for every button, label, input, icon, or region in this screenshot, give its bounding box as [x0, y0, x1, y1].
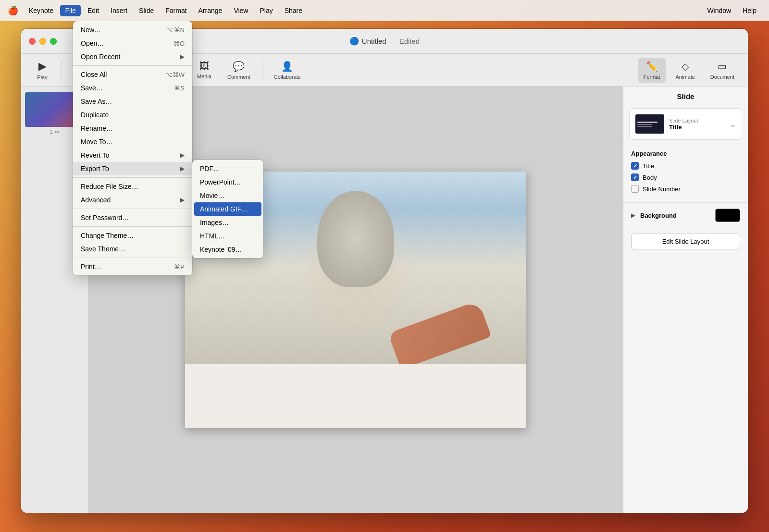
submenu-animated-gif[interactable]: Animated GIF… — [194, 202, 261, 216]
menu-sep-2 — [73, 177, 192, 178]
toolbar-separator-1 — [62, 61, 62, 80]
format-button[interactable]: ✏️ Format — [638, 58, 666, 83]
menu-print[interactable]: Print… ⌘P — [73, 260, 192, 273]
comment-label: Comment — [227, 74, 250, 80]
title-center: 🔵 Untitled — Edited — [349, 37, 420, 46]
submenu-movie[interactable]: Movie… — [192, 189, 263, 202]
slide-bottom-area — [185, 364, 526, 428]
submenu-pdf[interactable]: PDF… — [192, 162, 263, 175]
play-icon: ▶ — [38, 60, 47, 73]
menubar-file[interactable]: File — [60, 5, 81, 16]
play-button[interactable]: ▶ Play — [29, 57, 56, 83]
collaborate-icon: 👤 — [281, 61, 293, 72]
document-icon2: ▭ — [718, 61, 727, 72]
background-section: ▶ Background — [623, 202, 748, 228]
background-chevron-icon: ▶ — [631, 212, 635, 219]
format-icon: ✏️ — [646, 61, 658, 72]
menubar-format[interactable]: Format — [161, 5, 191, 16]
menu-set-password[interactable]: Set Password… — [73, 211, 192, 224]
menubar: 🍎 Keynote File Edit Insert Slide Format … — [0, 0, 769, 21]
submenu-images[interactable]: Images… — [192, 216, 263, 229]
menubar-edit[interactable]: Edit — [83, 5, 104, 16]
menu-sep-5 — [73, 258, 192, 258]
menu-close-all[interactable]: Close All ⌥⌘W — [73, 68, 192, 81]
menubar-insert[interactable]: Insert — [106, 5, 132, 16]
menu-open-recent[interactable]: Open Recent ▶ — [73, 50, 192, 63]
animate-label: Animate — [676, 74, 695, 80]
menu-advanced[interactable]: Advanced ▶ — [73, 193, 192, 207]
title-checkbox-label: Title — [643, 162, 654, 170]
appearance-section: Appearance Title Body Slide Number — [623, 144, 748, 202]
submenu-powerpoint[interactable]: PowerPoint… — [192, 175, 263, 189]
body-checkbox[interactable] — [631, 173, 639, 181]
file-menu: New… ⌥⌘N Open… ⌘O Open Recent ▶ Close Al… — [73, 21, 192, 275]
document-label: Document — [710, 74, 734, 80]
slide-number-checkbox-row: Slide Number — [631, 185, 740, 193]
menubar-share[interactable]: Share — [280, 5, 307, 16]
body-checkbox-row: Body — [631, 173, 740, 181]
menubar-view[interactable]: View — [229, 5, 253, 16]
menu-sep-3 — [73, 209, 192, 209]
animate-button[interactable]: ◇ Animate — [670, 58, 701, 83]
menu-save[interactable]: Save… ⌘S — [73, 81, 192, 95]
menubar-arrange[interactable]: Arrange — [194, 5, 227, 16]
kitten-body — [317, 191, 394, 287]
menu-rename[interactable]: Rename… — [73, 122, 192, 135]
submenu-html[interactable]: HTML… — [192, 229, 263, 243]
submenu-keynote09[interactable]: Keynote '09… — [192, 243, 263, 256]
menubar-slide[interactable]: Slide — [134, 5, 159, 16]
slide-layout-chevron-icon: ⌄ — [730, 120, 736, 129]
close-button[interactable] — [29, 38, 36, 45]
menu-move-to[interactable]: Move To… — [73, 135, 192, 148]
collaborate-label: Collaborate — [274, 74, 301, 80]
comment-icon: 💬 — [233, 61, 245, 72]
format-label: Format — [644, 74, 660, 80]
menu-new[interactable]: New… ⌥⌘N — [73, 23, 192, 37]
menu-change-theme[interactable]: Change Theme… — [73, 229, 192, 242]
menubar-window[interactable]: Window — [702, 5, 736, 16]
menu-sep-4 — [73, 226, 192, 227]
export-submenu: PDF… PowerPoint… Movie… Animated GIF… Im… — [192, 160, 263, 258]
menu-export-to[interactable]: Export To ▶ PDF… PowerPoint… Movie… Anim… — [73, 162, 192, 175]
document-edited-status: Edited — [399, 37, 420, 45]
traffic-lights — [29, 38, 57, 45]
slide-dots-1: ••• — [54, 129, 60, 135]
menu-duplicate[interactable]: Duplicate — [73, 108, 192, 122]
media-button[interactable]: 🖼 Media — [191, 58, 218, 82]
play-label: Play — [37, 74, 47, 80]
collaborate-button[interactable]: 👤 Collaborate — [268, 58, 307, 83]
slide-layout-sublabel: Slide Layout — [669, 118, 725, 124]
menubar-keynote[interactable]: Keynote — [24, 5, 58, 16]
menu-sep-1 — [73, 65, 192, 66]
menu-save-as[interactable]: Save As… — [73, 95, 192, 108]
menu-open[interactable]: Open… ⌘O — [73, 37, 192, 50]
apple-menu[interactable]: 🍎 — [8, 5, 18, 16]
menu-reduce-file-size[interactable]: Reduce File Size… — [73, 180, 192, 193]
slide-number-checkbox[interactable] — [631, 185, 639, 193]
media-icon: 🖼 — [199, 61, 209, 72]
appearance-title: Appearance — [631, 150, 740, 157]
body-checkbox-label: Body — [643, 174, 657, 181]
document-icon: 🔵 — [349, 37, 359, 46]
title-separator: — — [389, 37, 397, 45]
maximize-button[interactable] — [50, 38, 57, 45]
title-checkbox[interactable] — [631, 162, 639, 170]
minimize-button[interactable] — [39, 38, 46, 45]
menu-revert-to[interactable]: Revert To ▶ — [73, 148, 192, 162]
menu-save-theme[interactable]: Save Theme… — [73, 242, 192, 256]
slide-number-checkbox-label: Slide Number — [643, 186, 681, 193]
slide-layout-card[interactable]: Slide Layout Title ⌄ — [629, 108, 742, 140]
comment-button[interactable]: 💬 Comment — [222, 58, 256, 83]
menubar-play[interactable]: Play — [255, 5, 277, 16]
toolbar-separator-2 — [262, 61, 262, 80]
panel-title: Slide — [623, 87, 748, 104]
title-checkbox-row: Title — [631, 162, 740, 170]
slide-number-1: 1 — [50, 129, 52, 135]
background-label: Background — [640, 212, 711, 219]
menubar-help[interactable]: Help — [738, 5, 761, 16]
background-color-swatch[interactable] — [715, 209, 740, 222]
slide-layout-label: Title — [669, 124, 725, 131]
animate-icon: ◇ — [682, 61, 689, 72]
document-button[interactable]: ▭ Document — [705, 58, 740, 83]
edit-slide-layout-button[interactable]: Edit Slide Layout — [631, 234, 740, 249]
